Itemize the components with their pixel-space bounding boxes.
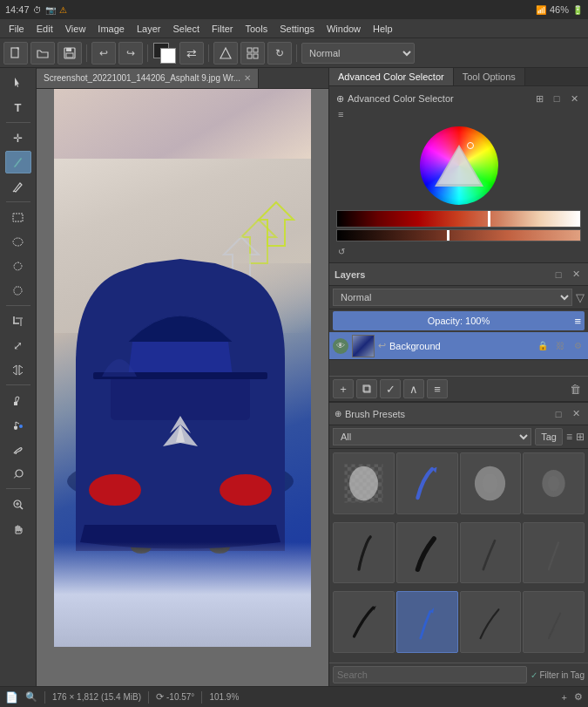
add-layer-button[interactable]: + (333, 379, 354, 398)
brush-search-input[interactable] (333, 666, 527, 683)
gradient-cursor[interactable] (488, 211, 490, 227)
brush-grid-view-icon[interactable]: ⊞ (576, 431, 585, 443)
background-color[interactable] (160, 48, 176, 64)
open-file-button[interactable] (30, 42, 55, 65)
layers-blend-mode-select[interactable]: Normal Dissolve Multiply (333, 289, 572, 306)
tool-zoom[interactable] (5, 493, 31, 515)
tool-transform[interactable]: ⤢ (5, 334, 31, 357)
canvas-image-wrapper[interactable]: MITSUBISHI (37, 89, 328, 686)
brush-cell-11[interactable] (460, 591, 522, 653)
color-wheel-cursor[interactable] (467, 142, 474, 149)
tool-text[interactable]: T (5, 96, 31, 119)
new-file-button[interactable] (3, 42, 28, 65)
new-doc-icon[interactable]: 📄 (5, 691, 18, 704)
layers-menu-icon[interactable]: ≡ (574, 315, 581, 328)
status-new-button[interactable]: 📄 (5, 691, 18, 704)
color-selector[interactable] (152, 42, 177, 65)
tool-smudge[interactable] (5, 438, 31, 460)
status-zoom-out-button[interactable]: 🔍 (25, 691, 37, 703)
canvas-tab-close-button[interactable]: ✕ (244, 73, 251, 83)
menu-help[interactable]: Help (368, 22, 398, 36)
tool-rect[interactable] (5, 206, 31, 228)
refresh-button[interactable]: ↻ (267, 42, 292, 65)
tool-fuzzy-select[interactable] (5, 279, 31, 302)
tab-advanced-color-selector[interactable]: Advanced Color Selector (329, 68, 454, 85)
brush-presets-expand-icon[interactable]: □ (551, 407, 565, 421)
brush-filter-select[interactable]: All Basic Wet Texture (333, 428, 531, 445)
color-selector-close-icon[interactable]: ✕ (567, 92, 581, 105)
color-wheel-container[interactable] (333, 121, 585, 208)
swap-colors-button[interactable]: ⇄ (179, 42, 204, 65)
menu-view[interactable]: View (60, 22, 91, 36)
brush-cell-2[interactable] (396, 452, 458, 514)
status-zoom-in-button[interactable]: + (562, 692, 567, 703)
menu-tools[interactable]: Tools (240, 22, 274, 36)
layers-expand-icon[interactable]: □ (551, 268, 565, 282)
brush-presets-close-icon[interactable]: ✕ (569, 407, 583, 421)
redo-button[interactable]: ↪ (118, 42, 143, 65)
layers-filter-icon[interactable]: ▽ (576, 291, 585, 304)
menu-file[interactable]: File (3, 22, 30, 36)
brush-cell-8[interactable] (523, 522, 585, 584)
layer-lock-icon[interactable]: 🔒 (536, 339, 550, 353)
brush-tag-button[interactable]: Tag (535, 428, 563, 445)
brush-cell-6[interactable] (396, 522, 458, 584)
tool-paint[interactable] (5, 151, 31, 173)
brush-list-view-icon[interactable]: ≡ (566, 431, 572, 443)
layers-opacity-bar[interactable]: Opacity: 100% ≡ (333, 311, 585, 330)
menu-settings[interactable]: Settings (274, 22, 320, 36)
tool-lasso[interactable] (5, 255, 31, 277)
menu-image[interactable]: Image (92, 22, 130, 36)
menu-layer[interactable]: Layer (132, 22, 166, 36)
layers-close-icon[interactable]: ✕ (569, 268, 583, 282)
tool-pointer[interactable] (5, 71, 31, 94)
color-wheel[interactable] (420, 126, 498, 205)
move-layer-down-button[interactable]: ✓ (380, 379, 401, 398)
color-gradient-bar[interactable] (336, 210, 581, 228)
undo-button[interactable]: ↩ (91, 42, 116, 65)
delete-layer-button[interactable]: 🗑 (565, 379, 585, 398)
save-file-button[interactable] (57, 42, 82, 65)
merge-layers-button[interactable]: ≡ (427, 379, 448, 398)
layer-chain-icon[interactable]: ⛓ (553, 339, 567, 353)
value-cursor[interactable] (447, 230, 449, 241)
menu-filter[interactable]: Filter (206, 22, 238, 36)
layer-visibility-toggle[interactable]: 👁 (333, 338, 348, 354)
tab-tool-options[interactable]: Tool Options (454, 68, 525, 85)
grid-button[interactable] (240, 42, 265, 65)
brush-cell-3[interactable] (460, 452, 522, 514)
tool-move[interactable]: ✛ (5, 126, 31, 149)
tool-ellipse[interactable] (5, 230, 31, 253)
config-icon[interactable]: ⚙ (574, 691, 583, 703)
move-layer-up-button[interactable]: ∧ (403, 379, 424, 398)
blend-mode-select[interactable]: Normal Dissolve Multiply Screen Overlay (301, 43, 415, 64)
layer-row-background[interactable]: 👁 ↩ Background 🔒 ⛓ ⚙ (329, 332, 588, 360)
duplicate-layer-button[interactable] (356, 379, 377, 398)
color-selector-expand-icon[interactable]: □ (550, 92, 564, 105)
tool-hand[interactable] (5, 517, 31, 540)
menu-window[interactable]: Window (321, 22, 366, 36)
canvas-tab-item[interactable]: Screenshot_20221001_144206_Asphalt 9.jpg… (37, 69, 259, 88)
color-selector-settings-icon[interactable]: ⊞ (532, 92, 546, 105)
fill-button[interactable] (213, 42, 238, 65)
tool-bucket[interactable] (5, 413, 31, 436)
brush-cell-7[interactable] (460, 522, 522, 584)
tool-dodge[interactable] (5, 462, 31, 485)
tool-flip[interactable] (5, 358, 31, 381)
menu-select[interactable]: Select (167, 22, 205, 36)
brush-cell-1[interactable] (333, 452, 395, 514)
brush-cell-5[interactable] (333, 522, 395, 584)
tool-crop[interactable] (5, 309, 31, 332)
filter-in-tag-button[interactable]: ✓ Filter in Tag (531, 670, 585, 680)
brush-cell-10[interactable] (396, 591, 458, 653)
color-value-bar[interactable] (336, 229, 581, 241)
zoom-in-icon[interactable]: + (562, 692, 567, 703)
brush-cell-12[interactable] (523, 591, 585, 653)
status-config-button[interactable]: ⚙ (574, 691, 583, 703)
menu-edit[interactable]: Edit (31, 22, 58, 36)
brush-cell-4[interactable] (523, 452, 585, 514)
tool-color-picker[interactable] (5, 389, 31, 411)
tool-pencil[interactable] (5, 175, 31, 198)
layer-options-icon[interactable]: ⚙ (571, 339, 585, 353)
brush-cell-9[interactable] (333, 591, 395, 653)
